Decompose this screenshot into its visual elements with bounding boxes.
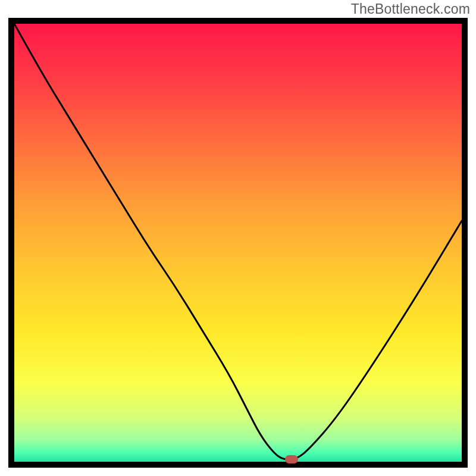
watermark-label: TheBottleneck.com bbox=[351, 1, 470, 17]
bottleneck-curve bbox=[14, 24, 462, 462]
optimal-point-marker bbox=[285, 455, 298, 464]
chart-frame: TheBottleneck.com bbox=[0, 0, 476, 476]
